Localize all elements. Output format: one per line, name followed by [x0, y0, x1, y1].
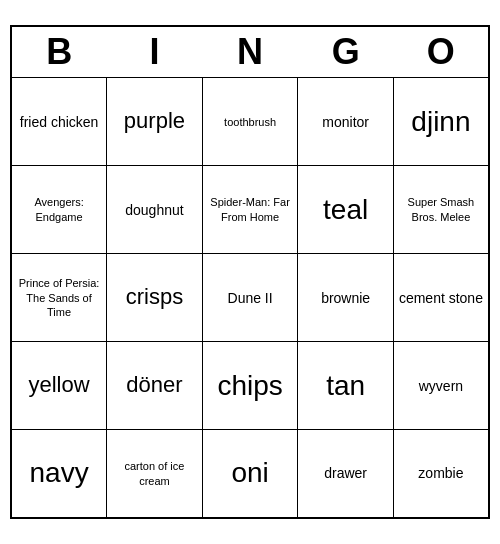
cell-text-0-1: purple — [111, 107, 198, 136]
header-row: B I N G O — [11, 26, 489, 78]
cell-text-2-1: crisps — [111, 283, 198, 312]
cell-0-2: toothbrush — [202, 78, 298, 166]
cell-3-1: döner — [107, 342, 203, 430]
cell-text-1-4: Super Smash Bros. Melee — [398, 195, 484, 224]
letter-n: N — [202, 26, 298, 78]
row-3: yellowdönerchipstanwyvern — [11, 342, 489, 430]
cell-2-0: Prince of Persia: The Sands of Time — [11, 254, 107, 342]
cell-text-2-3: brownie — [302, 289, 388, 307]
cell-3-2: chips — [202, 342, 298, 430]
cell-text-0-0: fried chicken — [16, 113, 102, 131]
bingo-card: B I N G O fried chickenpurpletoothbrushm… — [10, 25, 490, 519]
cell-1-2: Spider-Man: Far From Home — [202, 166, 298, 254]
cell-3-3: tan — [298, 342, 393, 430]
bingo-grid: B I N G O fried chickenpurpletoothbrushm… — [10, 25, 490, 519]
letter-i: I — [107, 26, 203, 78]
cell-text-2-4: cement stone — [398, 289, 484, 307]
cell-2-4: cement stone — [393, 254, 489, 342]
cell-0-1: purple — [107, 78, 203, 166]
cell-text-1-1: doughnut — [111, 201, 198, 219]
row-2: Prince of Persia: The Sands of Timecrisp… — [11, 254, 489, 342]
cell-4-2: oni — [202, 430, 298, 518]
cell-0-3: monitor — [298, 78, 393, 166]
cell-text-0-4: djinn — [398, 104, 484, 140]
cell-text-1-2: Spider-Man: Far From Home — [207, 195, 294, 224]
cell-text-3-1: döner — [111, 371, 198, 400]
cell-1-1: doughnut — [107, 166, 203, 254]
cell-4-4: zombie — [393, 430, 489, 518]
cell-text-3-0: yellow — [16, 371, 102, 400]
cell-4-1: carton of ice cream — [107, 430, 203, 518]
letter-g: G — [298, 26, 393, 78]
cell-text-2-0: Prince of Persia: The Sands of Time — [16, 276, 102, 319]
cell-4-0: navy — [11, 430, 107, 518]
cell-text-1-0: Avengers: Endgame — [16, 195, 102, 224]
cell-text-4-2: oni — [207, 455, 294, 491]
cell-4-3: drawer — [298, 430, 393, 518]
cell-2-1: crisps — [107, 254, 203, 342]
row-4: navycarton of ice creamonidrawerzombie — [11, 430, 489, 518]
cell-text-4-1: carton of ice cream — [111, 459, 198, 488]
letter-b: B — [11, 26, 107, 78]
cell-1-4: Super Smash Bros. Melee — [393, 166, 489, 254]
cell-text-4-3: drawer — [302, 464, 388, 482]
row-0: fried chickenpurpletoothbrushmonitordjin… — [11, 78, 489, 166]
cell-text-2-2: Dune II — [207, 289, 294, 307]
cell-text-3-3: tan — [302, 368, 388, 404]
cell-text-0-3: monitor — [302, 113, 388, 131]
cell-1-0: Avengers: Endgame — [11, 166, 107, 254]
cell-2-2: Dune II — [202, 254, 298, 342]
cell-1-3: teal — [298, 166, 393, 254]
cell-3-4: wyvern — [393, 342, 489, 430]
cell-2-3: brownie — [298, 254, 393, 342]
cell-text-4-4: zombie — [398, 464, 484, 482]
cell-text-0-2: toothbrush — [207, 115, 294, 129]
cell-3-0: yellow — [11, 342, 107, 430]
cell-text-4-0: navy — [16, 455, 102, 491]
row-1: Avengers: EndgamedoughnutSpider-Man: Far… — [11, 166, 489, 254]
letter-o: O — [393, 26, 489, 78]
cell-0-0: fried chicken — [11, 78, 107, 166]
cell-text-3-2: chips — [207, 368, 294, 404]
cell-text-3-4: wyvern — [398, 377, 484, 395]
cell-0-4: djinn — [393, 78, 489, 166]
cell-text-1-3: teal — [302, 192, 388, 228]
